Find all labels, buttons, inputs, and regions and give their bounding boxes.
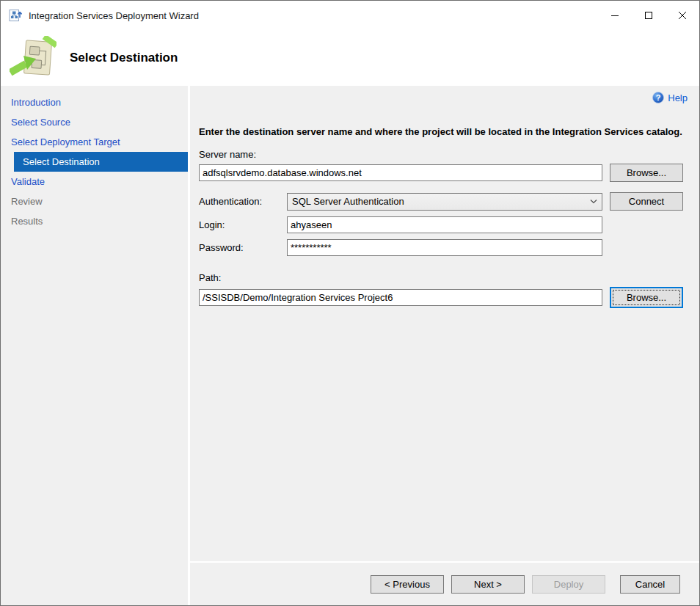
- chevron-down-icon: [590, 200, 597, 204]
- path-browse-button[interactable]: Browse...: [610, 287, 683, 308]
- authentication-selected-value: SQL Server Authentication: [292, 196, 590, 207]
- login-label: Login:: [199, 219, 287, 230]
- login-input[interactable]: [287, 216, 602, 233]
- help-label: Help: [668, 92, 688, 103]
- content-column: ? Help Enter the destination server name…: [190, 86, 699, 605]
- next-button[interactable]: Next >: [451, 575, 525, 594]
- maximize-icon: [644, 11, 653, 20]
- sidebar-item-results: Results: [1, 211, 188, 231]
- help-icon: ?: [652, 92, 664, 103]
- wizard-footer: < Previous Next > Deploy Cancel: [190, 561, 699, 605]
- main-panel: ? Help Enter the destination server name…: [190, 86, 699, 561]
- deploy-button: Deploy: [532, 575, 605, 594]
- steps-sidebar: Introduction Select Source Select Deploy…: [1, 86, 188, 605]
- wizard-body: Introduction Select Source Select Deploy…: [1, 86, 699, 605]
- maximize-button[interactable]: [632, 1, 666, 30]
- password-input[interactable]: [287, 239, 602, 256]
- sidebar-item-select-destination[interactable]: Select Destination: [14, 152, 188, 172]
- path-input[interactable]: [199, 289, 602, 306]
- svg-text:?: ?: [656, 93, 661, 102]
- wizard-window: Integration Services Deployment Wizard: [0, 0, 700, 606]
- close-icon: [678, 11, 687, 20]
- authentication-label: Authentication:: [199, 196, 287, 207]
- path-label: Path:: [199, 272, 699, 283]
- app-icon: [8, 8, 23, 23]
- page-title: Select Destination: [70, 51, 178, 65]
- sidebar-item-introduction[interactable]: Introduction: [1, 92, 188, 112]
- help-link[interactable]: ? Help: [652, 92, 688, 103]
- page-description: Enter the destination server name and wh…: [199, 125, 683, 139]
- sidebar-item-validate[interactable]: Validate: [1, 172, 188, 191]
- window-title: Integration Services Deployment Wizard: [29, 10, 199, 21]
- cancel-button[interactable]: Cancel: [620, 575, 680, 594]
- server-browse-button[interactable]: Browse...: [610, 164, 683, 182]
- authentication-dropdown[interactable]: SQL Server Authentication: [287, 193, 602, 211]
- connect-button[interactable]: Connect: [610, 192, 683, 211]
- page-header: Select Destination: [1, 30, 699, 86]
- sidebar-item-select-deployment-target[interactable]: Select Deployment Target: [1, 132, 188, 152]
- server-name-label: Server name:: [199, 149, 699, 160]
- deployment-wizard-icon: [10, 36, 56, 80]
- titlebar: Integration Services Deployment Wizard: [1, 1, 699, 30]
- minimize-button[interactable]: [598, 1, 632, 30]
- close-button[interactable]: [666, 1, 699, 30]
- sidebar-item-select-source[interactable]: Select Source: [1, 112, 188, 132]
- server-name-input[interactable]: [199, 164, 602, 181]
- minimize-icon: [610, 11, 619, 20]
- window-controls: [598, 1, 699, 30]
- previous-button[interactable]: < Previous: [371, 575, 444, 594]
- password-label: Password:: [199, 242, 287, 253]
- sidebar-item-review: Review: [1, 191, 188, 211]
